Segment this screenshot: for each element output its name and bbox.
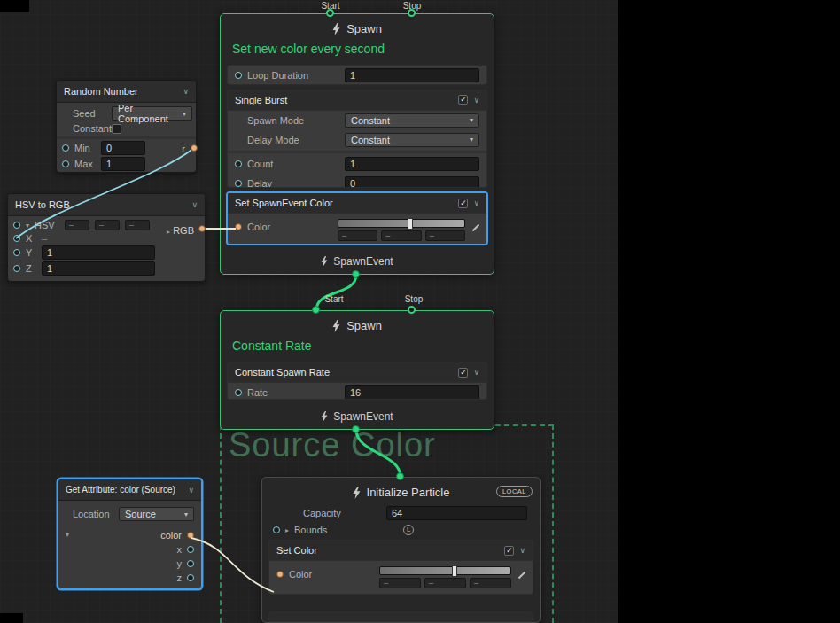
local-space-badge[interactable]: LOCAL [496,486,533,497]
stop-port-label: Stop [398,294,430,304]
chevron-down-icon[interactable]: ∨ [188,486,194,495]
color-output-port[interactable] [187,532,194,539]
chevron-down-icon[interactable]: ∨ [519,546,525,555]
spawnevent-label: SpawnEvent [333,410,393,423]
x-input-port[interactable] [13,235,20,242]
single-burst-checkbox[interactable]: ✓ [458,95,468,105]
set-spawnevent-color-block[interactable]: Set SpawnEvent Color ✓ ∨ Color – – – [227,192,487,245]
y-input-port[interactable] [13,249,20,256]
constant-spawn-rate-header[interactable]: Constant Spawn Rate ✓ ∨ [228,362,486,383]
constant-spawn-rate-checkbox[interactable]: ✓ [458,368,468,378]
set-spawnevent-color-checkbox[interactable]: ✓ [458,199,468,208]
random-number-node[interactable]: Random Number ∨ Seed Per Component ▾ Con… [56,80,197,173]
y-output-port[interactable] [187,560,194,567]
spawn2-stop-port[interactable] [408,306,416,314]
initialize-input-port[interactable] [396,472,404,480]
delay-mode-label: Delay Mode [247,135,339,145]
capacity-label: Capacity [303,508,381,518]
chevron-down-icon[interactable]: ∨ [473,96,479,105]
count-port[interactable] [235,160,242,167]
spawn2-spawnevent-port[interactable] [352,425,360,433]
hsv-rgb-output-port[interactable] [198,225,206,232]
color-handle[interactable] [408,218,413,230]
bounds-port[interactable] [273,526,280,533]
next-block-partial[interactable] [268,611,533,622]
graph-canvas[interactable]: Source Color Spawn Set new color every s… [0,0,618,623]
spawn1-spawnevent-port[interactable] [352,270,360,278]
spawn-mode-value: Constant [351,115,390,126]
eyedropper-icon[interactable] [517,570,525,579]
rate-port[interactable] [235,389,242,396]
block-title: Set Color [276,545,317,556]
delay-port[interactable] [235,180,242,187]
color-input-port[interactable] [235,223,242,230]
block-title: Single Burst [235,95,287,105]
loop-duration-field[interactable]: 1 [345,68,479,82]
lightning-icon [321,256,328,267]
z-output-port[interactable] [187,574,194,581]
seed-dropdown[interactable]: Per Component ▾ [112,106,192,121]
z-field[interactable]: 1 [42,261,155,276]
hsv-label: HSV [35,220,59,230]
spawn-context-1[interactable]: Spawn Set new color every second Loop Du… [220,13,494,275]
dropdown-arrow-icon: ▾ [179,510,188,518]
y-field[interactable]: 1 [42,245,155,260]
expand-down-icon[interactable]: ▾ [66,531,69,539]
initialize-particle-context[interactable]: Initialize Particle LOCAL Capacity 64 ▸ … [261,477,541,623]
random-r-output-port[interactable] [191,144,198,152]
capacity-field[interactable]: 64 [386,506,527,520]
chevron-down-icon[interactable]: ∨ [473,368,479,377]
color-gradient-field[interactable] [338,219,465,228]
x-output-port[interactable] [187,546,194,553]
count-field[interactable]: 1 [345,157,479,171]
spawn-mode-dropdown[interactable]: Constant ▾ [345,113,479,128]
count-label: Count [247,159,339,169]
expand-right-icon[interactable]: ▸ [285,526,289,534]
rgb-output-label: ▸ RGB [167,225,194,236]
location-dropdown[interactable]: Source ▾ [119,507,194,521]
eyedropper-icon[interactable] [471,222,479,231]
bounds-space-icon[interactable]: L [403,525,414,535]
set-color-checkbox[interactable]: ✓ [504,546,514,556]
color-handle[interactable] [452,565,457,577]
dropdown-arrow-icon: ▾ [464,136,473,144]
set-spawnevent-color-header[interactable]: Set SpawnEvent Color ✓ ∨ [228,193,486,214]
spawn1-stop-port[interactable] [408,9,416,17]
single-burst-header[interactable]: Single Burst ✓ ∨ [228,90,486,111]
spawn2-start-port[interactable] [312,306,320,314]
color-y-subfield: – [424,578,466,588]
single-burst-block[interactable]: Single Burst ✓ ∨ Spawn Mode Constant ▾ D… [227,90,487,189]
r-output-label: r [182,144,185,154]
min-port[interactable] [62,144,69,152]
rate-field[interactable]: 16 [345,385,479,400]
constant-spawn-rate-block[interactable]: Constant Spawn Rate ✓ ∨ Rate 16 [227,362,487,400]
max-port[interactable] [62,160,69,167]
color-gradient-field[interactable] [379,566,511,575]
chevron-down-icon[interactable]: ∨ [183,87,189,96]
delay-mode-dropdown[interactable]: Constant ▾ [345,133,479,147]
lightning-icon [353,487,361,499]
group-title[interactable]: Source Color [222,426,552,463]
context-title-text: Spawn [346,319,382,332]
color-x-subfield: – [338,230,377,241]
side-panel-black [618,0,840,623]
color-input-port[interactable] [276,571,284,578]
loop-duration-port[interactable] [235,72,242,79]
hsv-z-subfield: – [125,220,150,230]
chevron-down-icon[interactable]: ∨ [473,199,479,207]
max-field[interactable]: 1 [101,157,145,171]
delay-field[interactable]: 0 [345,176,479,189]
chevron-down-icon[interactable]: ∨ [191,200,198,209]
set-color-header[interactable]: Set Color ✓ ∨ [269,541,533,561]
z-input-port[interactable] [13,265,20,272]
expand-down-icon[interactable]: ▾ [26,222,29,230]
edge-spawn1-to-spawn2[interactable] [316,275,356,310]
spawn-context-2[interactable]: Spawn Constant Rate Constant Spawn Rate … [220,310,494,430]
spawn1-start-port[interactable] [326,9,334,17]
set-color-block[interactable]: Set Color ✓ ∨ Color – – – [268,540,533,595]
hsv-input-port[interactable] [13,222,20,229]
constant-checkbox[interactable] [112,124,121,134]
get-attribute-node[interactable]: Get Attribute: color (Source) ∨ Location… [58,479,202,589]
hsv-to-rgb-node[interactable]: HSV to RGB ∨ ▾ HSV – – – X – Y 1 Z 1 ▸ [7,193,206,282]
min-field[interactable]: 0 [101,141,145,155]
